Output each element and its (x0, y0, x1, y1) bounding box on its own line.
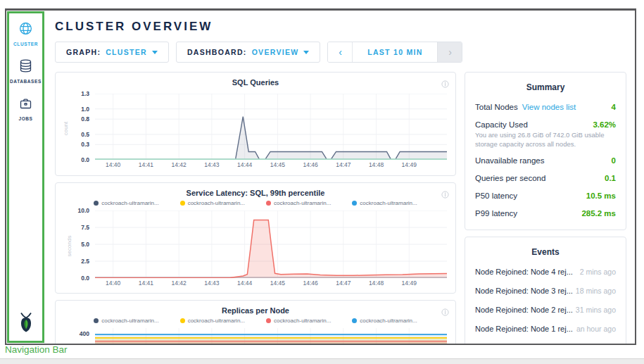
bottom-strip (0, 358, 644, 364)
sidebar-item-label: DATABASES (10, 79, 42, 84)
y-tick-label: 10.0 (77, 207, 89, 214)
cockroachdb-logo-icon (17, 312, 35, 336)
x-tick-label: 14:45 (270, 161, 285, 168)
view-nodes-list-link[interactable]: View nodes list (522, 103, 576, 111)
x-tick-label: 14:45 (270, 280, 285, 287)
event-text: Node Rejoined: Node 4 rej... (475, 268, 573, 276)
y-tick-label: 7.5 (81, 224, 89, 231)
time-range-selector: ‹ LAST 10 MIN › (327, 42, 462, 63)
x-tick-label: 14:46 (303, 161, 317, 168)
y-tick-label: 0.8 (81, 115, 89, 123)
events-title: Events (475, 247, 616, 257)
event-text: Node Rejoined: Node 2 rej... (475, 306, 573, 314)
legend-label: cockroach-ultramarin... (360, 200, 417, 206)
legend-dot-icon (352, 201, 357, 206)
event-row[interactable]: Node Rejoined: Node 2 rej...31 mins ago (475, 301, 616, 320)
x-tick-label: 14:40 (106, 161, 120, 168)
chart-plot[interactable] (95, 211, 447, 278)
legend-item[interactable]: cockroach-ultramarin... (266, 200, 331, 206)
info-icon[interactable] (441, 306, 449, 319)
legend-label: cockroach-ultramarin... (101, 318, 158, 324)
summary-label: P50 latency (475, 192, 517, 200)
sidebar-item-label: JOBS (18, 116, 32, 121)
event-row[interactable]: Node Rejoined: Node 1 rej...an hour ago (475, 320, 616, 339)
x-tick-label: 14:40 (106, 280, 120, 287)
legend-item[interactable]: cockroach-ultramarin... (352, 318, 417, 324)
chart-plot[interactable] (95, 94, 447, 160)
y-tick-label: 1.3 (81, 90, 89, 97)
event-row[interactable]: Node Rejoined: Node 4 rej...2 mins ago (475, 263, 616, 282)
x-tick-label: 14:41 (139, 161, 153, 168)
legend-dot-icon (352, 318, 357, 323)
sidebar-item-label: CLUSTER (13, 42, 38, 46)
event-rows: Node Rejoined: Node 4 rej...2 mins agoNo… (475, 263, 616, 345)
toolbar: GRAPH: CLUSTER DASHBOARD: OVERVIEW ‹ LAS… (55, 42, 626, 63)
x-tick-label: 14:44 (237, 280, 252, 287)
plot-area: seconds 0.02.55.07.510.0 14:4014:4114:42… (63, 211, 448, 288)
sidebar-item-databases[interactable]: DATABASES (10, 58, 42, 84)
summary-rows: Total NodesView nodes list4Capacity Used… (475, 98, 616, 222)
x-tick-label: 14:42 (172, 161, 187, 168)
legend-item[interactable]: cockroach-ultramarin... (94, 318, 158, 324)
chart-plot[interactable] (95, 328, 447, 345)
summary-value: 285.2 ms (581, 209, 616, 218)
y-axis-unit: count (63, 122, 69, 136)
legend-dot-icon (94, 201, 99, 206)
event-text: Node Rejoined: Node 4 rej... (475, 344, 573, 345)
summary-row: P99 latency285.2 ms (475, 205, 616, 222)
briefcase-icon (18, 96, 33, 113)
event-time: an hour ago (576, 344, 616, 345)
legend-label: cockroach-ultramarin... (188, 318, 245, 324)
x-tick-label: 14:46 (303, 280, 317, 287)
database-icon (18, 58, 33, 76)
sidebar-item-cluster[interactable]: CLUSTER (13, 21, 38, 46)
summary-value: 4 (612, 103, 616, 111)
chevron-down-icon (152, 51, 158, 54)
event-time: 18 mins ago (576, 287, 616, 295)
time-range-button[interactable]: LAST 10 MIN (353, 42, 437, 62)
x-tick-label: 14:47 (336, 161, 351, 168)
summary-value: 3.62% (593, 120, 616, 129)
y-tick-label: 0.5 (81, 131, 89, 138)
time-prev-button[interactable]: ‹ (328, 42, 353, 62)
chart-title: Service Latency: SQL, 99th percentile (63, 189, 448, 197)
legend-label: cockroach-ultramarin... (274, 200, 331, 206)
y-tick-label: 5.0 (81, 241, 89, 248)
dashboard-dropdown[interactable]: DASHBOARD: OVERVIEW (176, 42, 321, 63)
legend-item[interactable]: cockroach-ultramarin... (266, 318, 331, 324)
dashboard-dropdown-value: OVERVIEW (252, 48, 299, 56)
x-tick-label: 14:48 (369, 161, 384, 168)
x-tick-label: 14:43 (204, 280, 219, 287)
event-time: an hour ago (576, 325, 616, 333)
legend-label: cockroach-ultramarin... (274, 318, 331, 324)
graph-dropdown[interactable]: GRAPH: CLUSTER (55, 42, 169, 63)
chart-title: SQL Queries (63, 78, 448, 87)
sidebar-item-jobs[interactable]: JOBS (18, 96, 33, 121)
legend-item[interactable]: cockroach-ultramarin... (180, 318, 245, 324)
event-text: Node Rejoined: Node 3 rej... (475, 287, 573, 295)
chart-legend: cockroach-ultramarin...cockroach-ultrama… (63, 318, 448, 324)
y-tick-label: 0.3 (81, 141, 89, 148)
graph-dropdown-label: GRAPH: (66, 48, 101, 56)
legend-dot-icon (180, 318, 185, 323)
event-row[interactable]: Node Rejoined: Node 3 rej...18 mins ago (475, 282, 616, 301)
page: CLUSTER DATABASES (0, 0, 644, 364)
event-row[interactable]: Node Rejoined: Node 4 rej...an hour ago (475, 339, 616, 345)
summary-label: P99 latency (475, 209, 517, 218)
info-icon[interactable] (441, 78, 449, 91)
x-tick-label: 14:41 (139, 280, 153, 287)
legend-item[interactable]: cockroach-ultramarin... (352, 200, 417, 206)
screenshot-frame: CLUSTER DATABASES (5, 8, 636, 345)
summary-row: Queries per second0.1 (475, 170, 616, 187)
legend-dot-icon (266, 318, 271, 323)
x-axis-ticks: 14:4014:4114:4214:4314:4414:4514:4614:47… (95, 161, 447, 170)
legend-item[interactable]: cockroach-ultramarin... (94, 200, 158, 206)
annotation-caption: Navigation Bar (5, 344, 68, 355)
summary-subtext: You are using 26.8 GiB of 742.0 GiB usab… (475, 130, 616, 149)
legend-item[interactable]: cockroach-ultramarin... (180, 200, 245, 206)
x-tick-label: 14:48 (369, 280, 384, 287)
summary-label: Capacity Used (475, 120, 528, 129)
summary-row: Unavailable ranges0 (475, 152, 616, 170)
chart-legend: cockroach-ultramarin...cockroach-ultrama… (63, 200, 448, 206)
info-icon[interactable] (441, 189, 449, 201)
